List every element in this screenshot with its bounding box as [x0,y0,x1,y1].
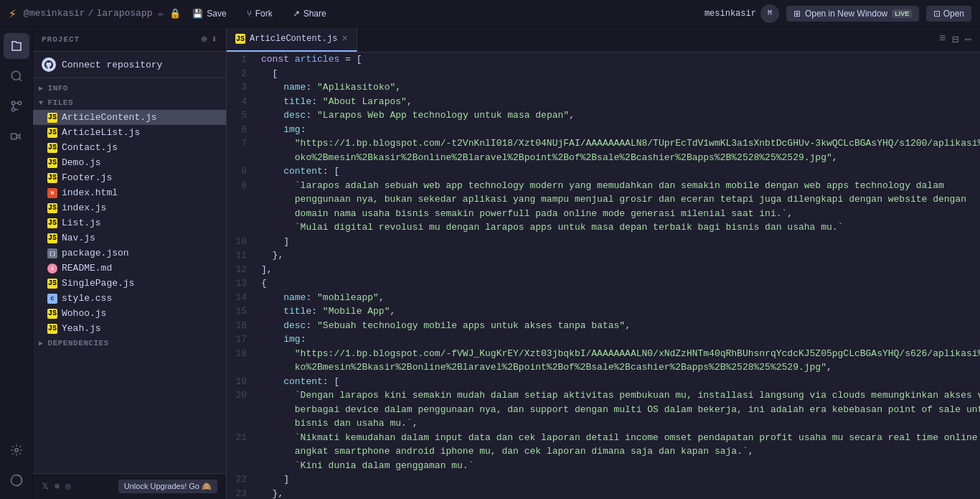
line-code: "https://1.bp.blogspot.com/-fVWJ_KugKrEY… [255,347,980,361]
file-item-footer_js[interactable]: JSFooter.js [33,170,226,185]
line-code: }, [255,487,980,500]
more-options-icon[interactable]: ≡ [939,32,946,47]
file-item-singlepage_js[interactable]: JSSinglePage.js [33,276,226,291]
file-icon: JS [47,128,57,138]
line-number: 10 [227,235,255,249]
table-row: 19 content: [ [227,375,980,389]
activity-source-control-icon[interactable] [4,93,29,119]
twitter-icon[interactable]: 𝕏 [42,481,49,492]
file-icon: i [47,264,57,274]
tab-bar: JS ArticleContent.js × ≡ ⊟ ⋯ [227,27,980,52]
avatar: M [760,4,779,23]
edit-icon[interactable]: ✏ [159,8,164,19]
topbar-left: ⚡ @mesinkasir / laraposapp ✏ 🔒 💾 Save ⑂ … [9,6,693,22]
upgrade-button[interactable]: Unlock Upgrades! Go 🙈 [118,480,217,493]
table-row: 8 content: [ [227,164,980,179]
file-icon: JS [47,143,57,153]
line-number [227,444,255,459]
open-button[interactable]: ⊡ Open [926,6,971,22]
dependencies-section-header[interactable]: DEPENDENCIES [33,336,226,350]
download-icon[interactable]: ⬇ [212,33,217,45]
sidebar: PROJECT ⊕ ⬇ Connect repository INFO FILE… [33,27,227,499]
fork-button[interactable]: ⑂ Fork [242,6,277,21]
table-row: 2 [ [227,67,980,81]
topbar-right: mesinkasir M ⊞ Open in New Window LIVE ⊡… [705,4,971,23]
save-icon: 💾 [192,9,203,19]
code-editor[interactable]: 1const articles = [2 [3 name: "Aplikasit… [227,52,980,499]
file-item-style_css[interactable]: Cstyle.css [33,291,226,306]
file-name: package.json [62,248,129,258]
activity-search-icon[interactable] [4,63,29,89]
file-item-index_js[interactable]: JSindex.js [33,200,226,215]
activity-files-icon[interactable] [4,33,29,59]
ellipsis-icon[interactable]: ⋯ [964,32,971,47]
open-new-window-button[interactable]: ⊞ Open in New Window LIVE [786,6,919,22]
line-number [227,459,255,473]
table-row: penggunaan nya, bukan sekedar aplikasi y… [227,192,980,207]
file-item-wohoo_js[interactable]: JSWohoo.js [33,306,226,321]
info-section-header[interactable]: INFO [33,81,226,95]
file-item-contact_js[interactable]: JSContact.js [33,140,226,155]
line-code: content: [ [255,375,980,389]
tab-close-button[interactable]: × [341,34,347,44]
line-code: ], [255,263,980,277]
codepen-icon[interactable]: ◎ [65,481,70,492]
new-file-icon[interactable]: ⊕ [201,33,207,45]
activity-bar-bottom [4,437,29,493]
files-section-header[interactable]: FILES [33,95,226,110]
activity-extensions-icon[interactable] [4,123,29,149]
line-code: [ [255,67,980,81]
file-item-demo_js[interactable]: JSDemo.js [33,155,226,170]
line-code: `Kini dunia dalam genggaman mu.` [255,459,980,473]
table-row: domain nama usaha bisnis semakin powerfu… [227,207,980,221]
table-row: 15 title: "Mobile App", [227,304,980,319]
tab-article-content[interactable]: JS ArticleContent.js × [227,27,357,52]
file-item-articlecontent_js[interactable]: JSArticleContent.js [33,110,226,125]
line-code: content: [ [255,164,980,179]
line-number [227,207,255,221]
line-code: name: "Aplikasitoko", [255,80,980,95]
file-icon: JS [47,113,57,123]
line-code: }, [255,248,980,263]
file-icon: JS [47,158,57,168]
file-item-nav_js[interactable]: JSNav.js [33,230,226,246]
sidebar-content: INFO FILES JSArticleContent.jsJSArticleL… [33,78,226,473]
activity-theme-icon[interactable] [4,467,29,493]
svg-point-0 [11,71,20,80]
file-icon: JS [47,309,57,319]
line-code: name: "mobileapp", [255,291,980,305]
file-item-articlelist_js[interactable]: JSArticleList.js [33,125,226,140]
table-row: 10 ] [227,235,980,249]
svg-point-3 [11,108,15,111]
line-code: desc: "Larapos Web App technology untuk … [255,108,980,123]
share-button[interactable]: ↗ Share [288,6,331,21]
editor-area: JS ArticleContent.js × ≡ ⊟ ⋯ 1const arti… [227,27,980,499]
file-item-index_html[interactable]: Hindex.html [33,185,226,200]
file-icon: JS [47,233,57,243]
file-item-package_json[interactable]: {}package.json [33,246,226,261]
file-list: JSArticleContent.jsJSArticleList.jsJSCon… [33,110,226,336]
dependencies-section-label: DEPENDENCIES [48,339,109,348]
line-number: 1 [227,52,255,67]
line-code: `Mulai digital revolusi mu dengan larapo… [255,220,980,235]
layout-icon[interactable]: ⊟ [952,32,959,47]
table-row: 16 desc: "Sebuah technology mobile apps … [227,319,980,333]
table-row: 14 name: "mobileapp", [227,291,980,305]
line-code: `Dengan larapos kini semakin mudah dalam… [255,388,980,403]
connect-repo-button[interactable]: Connect repository [33,52,226,78]
table-row: 18 "https://1.bp.blogspot.com/-fVWJ_KugK… [227,347,980,361]
files-section-label: FILES [48,98,74,107]
save-button[interactable]: 💾 Save [188,6,230,21]
file-item-yeah_js[interactable]: JSYeah.js [33,321,226,336]
table-row: 9 `larapos adalah sebuah web app technol… [227,179,980,193]
line-number [227,416,255,431]
activity-settings-icon[interactable] [4,437,29,463]
file-item-readme_md[interactable]: iREADME.md [33,261,226,276]
line-number [227,151,255,165]
table-row: 6 img: [227,123,980,137]
github-footer-icon[interactable]: ⊕ [55,481,60,492]
file-name: README.md [62,263,112,274]
file-item-list_js[interactable]: JSList.js [33,215,226,230]
sidebar-footer: 𝕏 ⊕ ◎ Unlock Upgrades! Go 🙈 [33,473,226,499]
dependencies-chevron-icon [39,339,44,348]
